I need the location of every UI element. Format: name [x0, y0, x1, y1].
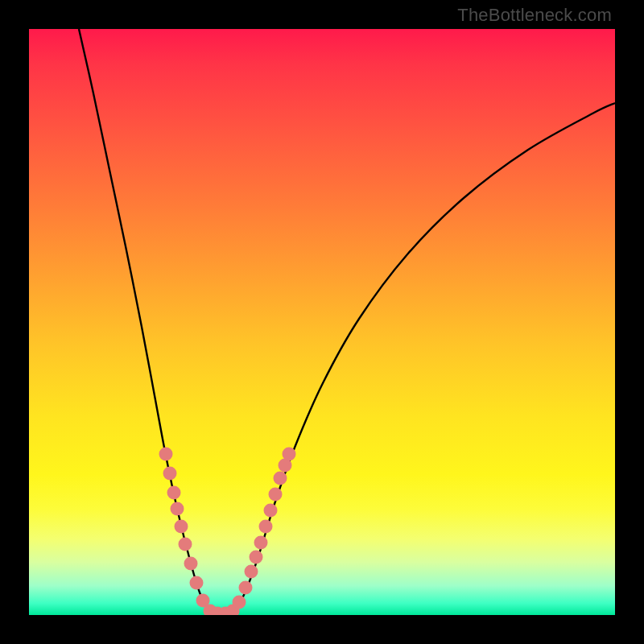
plot-area: [29, 29, 615, 615]
data-marker: [190, 576, 204, 590]
data-marker: [184, 557, 198, 571]
data-marker: [245, 565, 258, 579]
data-marker: [250, 551, 263, 564]
data-marker: [179, 538, 192, 551]
data-marker: [159, 448, 173, 461]
data-marker: [259, 520, 273, 534]
right-branch-curve: [230, 103, 615, 613]
watermark-text: TheBottleneck.com: [457, 5, 612, 26]
left-branch-curve: [79, 29, 214, 613]
chart-frame: TheBottleneck.com: [0, 0, 644, 644]
data-marker: [274, 472, 287, 485]
data-marker: [239, 581, 253, 595]
marker-group: [159, 448, 296, 616]
curves-svg: [29, 29, 615, 615]
data-marker: [163, 467, 177, 481]
data-marker: [264, 504, 278, 518]
data-marker: [175, 520, 188, 534]
data-marker: [233, 596, 246, 609]
data-marker: [167, 486, 181, 500]
data-marker: [283, 448, 296, 461]
data-marker: [254, 536, 268, 550]
data-marker: [171, 502, 184, 516]
data-marker: [269, 488, 283, 502]
